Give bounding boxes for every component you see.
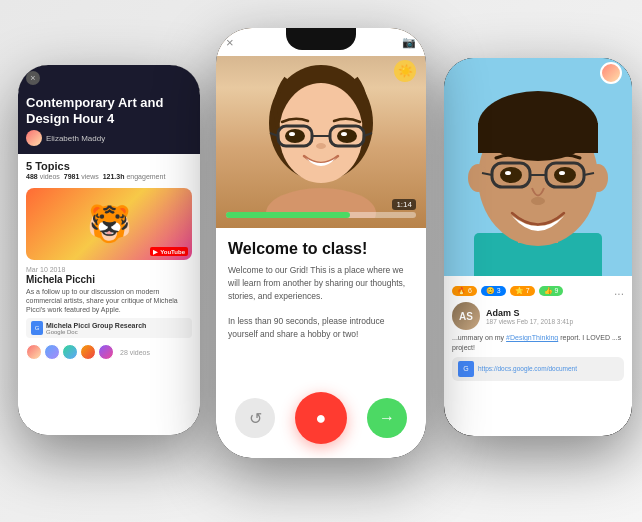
svg-point-29 — [559, 171, 565, 175]
progress-fill — [226, 212, 350, 218]
emoji-badge-smile: 😊 3 — [481, 286, 506, 296]
link-icon: G — [458, 361, 474, 377]
post-text: As a follow up to our discussion on mode… — [26, 287, 192, 314]
avatar-1 — [26, 344, 42, 360]
progress-bar — [226, 212, 416, 218]
avatar-2 — [44, 344, 60, 360]
girl-illustration — [256, 38, 386, 218]
man-illustration — [444, 58, 632, 278]
svg-point-30 — [531, 197, 545, 205]
gdoc-icon: G — [31, 321, 43, 335]
left-top-bar: × — [18, 65, 200, 91]
svg-point-11 — [341, 132, 347, 136]
course-header: Contemporary Art and Design Hour 4 Eliza… — [18, 91, 200, 154]
right-user-row: AS Adam S 187 views Feb 17, 2018 3:41p — [452, 302, 624, 330]
svg-point-9 — [337, 129, 357, 143]
right-user-meta: 187 views Feb 17, 2018 3:41p — [486, 318, 573, 325]
right-user-name: Adam S — [486, 308, 573, 318]
left-content: Contemporary Art and Design Hour 4 Eliza… — [18, 91, 200, 435]
left-screen: × Contemporary Art and Design Hour 4 Eli… — [18, 65, 200, 435]
svg-point-26 — [500, 167, 522, 183]
author-row: Elizabeth Maddy — [26, 130, 192, 146]
phone-right: 🔥 6 😊 3 ⭐ 7 👍 9 ... AS Adam S 187 views … — [444, 58, 632, 436]
right-user-info: Adam S 187 views Feb 17, 2018 3:41p — [486, 308, 573, 325]
right-photo — [444, 58, 632, 278]
welcome-title: Welcome to class! — [228, 240, 414, 258]
link-preview[interactable]: G https://docs.google.com/document — [452, 357, 624, 381]
right-post-text: ...ummary on my #DesignThinking report. … — [452, 333, 624, 353]
right-user-avatar: AS — [452, 302, 480, 330]
sun-icon: ☀️ — [394, 60, 416, 82]
emoji-badge-star: ⭐ 7 — [510, 286, 535, 296]
thumbnail-card[interactable]: 🐯 ▶ YouTube — [26, 188, 192, 260]
emoji-row: 🔥 6 😊 3 ⭐ 7 👍 9 ... — [452, 284, 624, 298]
svg-point-8 — [285, 129, 305, 143]
emoji-badge-fire: 🔥 6 — [452, 286, 477, 296]
go-button[interactable]: → — [367, 398, 407, 438]
record-button[interactable]: ● — [295, 392, 347, 444]
videos-count: 28 videos — [120, 349, 150, 356]
phone-center: × 📷 — [216, 28, 426, 458]
svg-point-20 — [588, 164, 608, 192]
phone-left: × Contemporary Art and Design Hour 4 Eli… — [18, 65, 200, 435]
author-avatar — [26, 130, 42, 146]
svg-point-19 — [468, 164, 488, 192]
course-title: Contemporary Art and Design Hour 4 — [26, 95, 192, 126]
close-button[interactable]: × — [26, 71, 40, 85]
avatar-row: 28 videos — [26, 344, 192, 360]
gdoc-label: Michela Picci Group Research — [46, 322, 146, 329]
undo-icon: ↺ — [249, 409, 262, 428]
girl-background — [216, 28, 426, 228]
post-date: Mar 10 2018 — [26, 266, 192, 273]
emoji-badge-thumbs: 👍 9 — [539, 286, 564, 296]
avatar-5 — [98, 344, 114, 360]
svg-point-12 — [316, 143, 326, 149]
svg-point-27 — [554, 167, 576, 183]
man-background — [444, 58, 632, 278]
svg-point-28 — [505, 171, 511, 175]
right-screen: 🔥 6 😊 3 ⭐ 7 👍 9 ... AS Adam S 187 views … — [444, 58, 632, 436]
center-actions: ↺ ● → — [216, 392, 426, 444]
center-photo: ☀️ 1:14 — [216, 28, 426, 228]
gdoc-sublabel: Google Doc — [46, 329, 146, 335]
right-top-overlay — [444, 58, 632, 88]
youtube-badge: ▶ YouTube — [150, 247, 188, 256]
center-screen: × 📷 — [216, 28, 426, 458]
camera-icon: 📷 — [402, 36, 416, 49]
right-body: 🔥 6 😊 3 ⭐ 7 👍 9 ... AS Adam S 187 views … — [444, 276, 632, 436]
author-name: Elizabeth Maddy — [46, 134, 105, 143]
go-icon: → — [379, 409, 395, 427]
record-icon: ● — [316, 408, 327, 429]
avatar-3 — [62, 344, 78, 360]
welcome-text: Welcome to our Grid! This is a place whe… — [228, 264, 414, 341]
gdoc-link[interactable]: G Michela Picci Group Research Google Do… — [26, 318, 192, 338]
avatar-4 — [80, 344, 96, 360]
notch — [286, 28, 356, 50]
center-close[interactable]: × — [226, 35, 234, 50]
time-badge: 1:14 — [392, 199, 416, 210]
link-text: https://docs.google.com/document — [478, 365, 577, 372]
more-button[interactable]: ... — [614, 284, 624, 298]
topics-title: 5 Topics — [26, 160, 192, 172]
scene: × Contemporary Art and Design Hour 4 Eli… — [0, 0, 642, 522]
undo-button[interactable]: ↺ — [235, 398, 275, 438]
topics-stats: 488 videos 7981 views 121.3h engagement — [26, 173, 192, 180]
svg-point-10 — [289, 132, 295, 136]
topics-section: 5 Topics 488 videos 7981 views 121.3h en… — [26, 154, 192, 184]
right-avatar-small — [600, 62, 622, 84]
svg-rect-18 — [478, 123, 598, 153]
post-author: Michela Picchi — [26, 274, 192, 285]
